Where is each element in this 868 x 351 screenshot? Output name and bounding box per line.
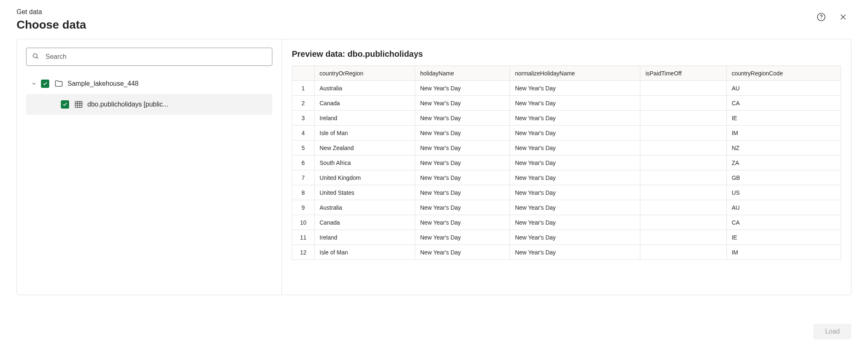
row-number: 12	[292, 245, 315, 260]
cell-isPaidTimeOff	[640, 200, 726, 215]
cell-holidayName: New Year's Day	[415, 245, 510, 260]
table-row[interactable]: 11IrelandNew Year's DayNew Year's DayIE	[292, 230, 841, 245]
cell-holidayName: New Year's Day	[415, 155, 510, 170]
object-tree: Sample_lakehouse_448 dbo.publi	[26, 73, 272, 115]
svg-rect-3	[75, 102, 82, 108]
cell-countryRegionCode: AU	[726, 81, 841, 96]
cell-countryRegionCode: IE	[726, 111, 841, 126]
cell-isPaidTimeOff	[640, 96, 726, 111]
cell-countryRegionCode: US	[726, 185, 841, 200]
col-header[interactable]: countryOrRegion	[315, 66, 415, 81]
table-row[interactable]: 3IrelandNew Year's DayNew Year's DayIE	[292, 111, 841, 126]
cell-holidayName: New Year's Day	[415, 96, 510, 111]
close-button[interactable]	[839, 13, 847, 21]
main-panel: Sample_lakehouse_448 dbo.publi	[17, 39, 851, 295]
checkbox-root[interactable]	[41, 80, 49, 88]
cell-countryRegionCode: IM	[726, 126, 841, 140]
cell-countryOrRegion: Ireland	[315, 230, 415, 245]
help-button[interactable]	[817, 12, 826, 22]
table-header-row: countryOrRegion holidayName normalizeHol…	[292, 66, 841, 81]
cell-normalizeHolidayName: New Year's Day	[510, 170, 640, 185]
title-block: Get data Choose data	[17, 8, 817, 39]
cell-normalizeHolidayName: New Year's Day	[510, 215, 640, 230]
col-header[interactable]: countryRegionCode	[726, 66, 841, 81]
row-number: 11	[292, 230, 315, 245]
close-icon	[839, 13, 847, 21]
row-number: 2	[292, 96, 315, 111]
table-row[interactable]: 10CanadaNew Year's DayNew Year's DayCA	[292, 215, 841, 230]
tree-node-root-label: Sample_lakehouse_448	[67, 80, 139, 87]
table-row[interactable]: 12Isle of ManNew Year's DayNew Year's Da…	[292, 245, 841, 260]
search-icon	[32, 53, 39, 61]
cell-countryRegionCode: GB	[726, 170, 841, 185]
row-number: 10	[292, 215, 315, 230]
table-row[interactable]: 9AustraliaNew Year's DayNew Year's DayAU	[292, 200, 841, 215]
row-number: 1	[292, 81, 315, 96]
preview-title: Preview data: dbo.publicholidays	[292, 49, 841, 59]
tree-node-root[interactable]: Sample_lakehouse_448	[26, 73, 272, 94]
cell-countryOrRegion: Australia	[315, 81, 415, 96]
chevron-down-icon[interactable]	[29, 81, 38, 87]
dialog-header: Get data Choose data	[17, 8, 851, 39]
cell-normalizeHolidayName: New Year's Day	[510, 200, 640, 215]
load-button[interactable]: Load	[813, 324, 851, 339]
table-row[interactable]: 6South AfricaNew Year's DayNew Year's Da…	[292, 155, 841, 170]
cell-holidayName: New Year's Day	[415, 230, 510, 245]
get-data-dialog: Get data Choose data	[0, 0, 868, 351]
cell-countryRegionCode: IM	[726, 245, 841, 260]
tree-node-table[interactable]: dbo.publicholidays [public...	[26, 94, 272, 115]
cell-isPaidTimeOff	[640, 126, 726, 140]
cell-holidayName: New Year's Day	[415, 200, 510, 215]
cell-normalizeHolidayName: New Year's Day	[510, 111, 640, 126]
cell-isPaidTimeOff	[640, 185, 726, 200]
cell-isPaidTimeOff	[640, 111, 726, 126]
table-row[interactable]: 4Isle of ManNew Year's DayNew Year's Day…	[292, 126, 841, 140]
cell-normalizeHolidayName: New Year's Day	[510, 96, 640, 111]
cell-normalizeHolidayName: New Year's Day	[510, 185, 640, 200]
preview-table: countryOrRegion holidayName normalizeHol…	[292, 65, 841, 260]
cell-normalizeHolidayName: New Year's Day	[510, 126, 640, 140]
row-number: 5	[292, 140, 315, 155]
cell-normalizeHolidayName: New Year's Day	[510, 230, 640, 245]
cell-holidayName: New Year's Day	[415, 111, 510, 126]
table-row[interactable]: 2CanadaNew Year's DayNew Year's DayCA	[292, 96, 841, 111]
cell-countryOrRegion: Isle of Man	[315, 245, 415, 260]
breadcrumb: Get data	[17, 8, 817, 16]
svg-point-1	[821, 19, 821, 19]
cell-countryOrRegion: Australia	[315, 200, 415, 215]
col-header[interactable]: holidayName	[415, 66, 510, 81]
col-header[interactable]: isPaidTimeOff	[640, 66, 726, 81]
cell-normalizeHolidayName: New Year's Day	[510, 140, 640, 155]
search-input[interactable]	[26, 48, 272, 66]
cell-normalizeHolidayName: New Year's Day	[510, 155, 640, 170]
cell-countryRegionCode: NZ	[726, 140, 841, 155]
cell-holidayName: New Year's Day	[415, 215, 510, 230]
folder-icon	[54, 79, 63, 88]
row-number-header	[292, 66, 315, 81]
cell-normalizeHolidayName: New Year's Day	[510, 81, 640, 96]
cell-isPaidTimeOff	[640, 81, 726, 96]
row-number: 9	[292, 200, 315, 215]
cell-holidayName: New Year's Day	[415, 170, 510, 185]
cell-countryRegionCode: CA	[726, 96, 841, 111]
table-row[interactable]: 1AustraliaNew Year's DayNew Year's DayAU	[292, 81, 841, 96]
col-header[interactable]: normalizeHolidayName	[510, 66, 640, 81]
cell-countryOrRegion: United Kingdom	[315, 170, 415, 185]
navigator-pane: Sample_lakehouse_448 dbo.publi	[17, 39, 282, 295]
dialog-footer: Load	[813, 324, 851, 339]
cell-countryRegionCode: CA	[726, 215, 841, 230]
table-row[interactable]: 8United StatesNew Year's DayNew Year's D…	[292, 185, 841, 200]
cell-countryOrRegion: United States	[315, 185, 415, 200]
table-row[interactable]: 5New ZealandNew Year's DayNew Year's Day…	[292, 140, 841, 155]
cell-holidayName: New Year's Day	[415, 140, 510, 155]
cell-countryOrRegion: New Zealand	[315, 140, 415, 155]
cell-countryOrRegion: Canada	[315, 96, 415, 111]
checkbox-table[interactable]	[61, 100, 69, 109]
svg-point-2	[33, 54, 37, 58]
tree-node-table-label: dbo.publicholidays [public...	[87, 101, 168, 108]
cell-isPaidTimeOff	[640, 245, 726, 260]
help-icon	[817, 12, 826, 22]
header-actions	[817, 8, 851, 22]
table-row[interactable]: 7United KingdomNew Year's DayNew Year's …	[292, 170, 841, 185]
cell-countryRegionCode: AU	[726, 200, 841, 215]
